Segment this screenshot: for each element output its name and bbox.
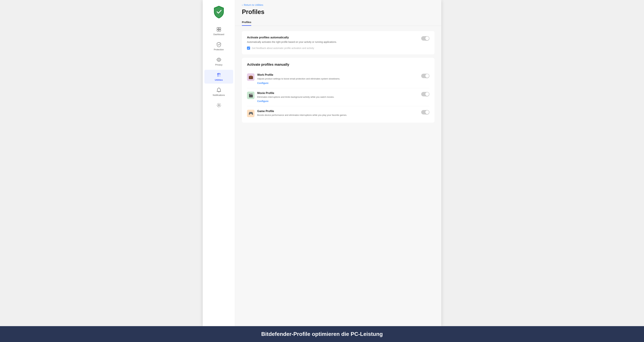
work-profile-icon: 💼 bbox=[247, 73, 254, 81]
movie-profile-name: Movie Profile bbox=[257, 92, 418, 95]
back-link[interactable]: ‹ Return to Utilities bbox=[242, 4, 434, 6]
dashboard-icon bbox=[216, 27, 222, 32]
movie-profile-configure-link[interactable]: Configure bbox=[257, 100, 268, 103]
feedback-checkbox[interactable] bbox=[247, 47, 250, 50]
svg-rect-1 bbox=[219, 28, 221, 29]
work-profile-name: Work Profile bbox=[257, 73, 418, 76]
work-profile-info: Work Profile Adjusts product settings to… bbox=[257, 73, 418, 85]
sidebar-item-label-notifications: Notifications bbox=[213, 94, 225, 96]
sidebar-item-protection[interactable]: Protection bbox=[204, 39, 233, 53]
sidebar-item-label-utilities: Utilities bbox=[215, 79, 223, 81]
movie-profile-desc: Eliminates interruptions and limits back… bbox=[257, 95, 418, 99]
back-link-label: Return to Utilities bbox=[244, 4, 263, 6]
movie-profile-info: Movie Profile Eliminates interruptions a… bbox=[257, 92, 418, 103]
tab-profiles[interactable]: Profiles bbox=[242, 19, 251, 26]
work-briefcase-icon: 💼 bbox=[248, 75, 253, 79]
feedback-checkbox-row: Get feedback about automatic profile act… bbox=[247, 47, 430, 50]
sidebar-item-settings[interactable] bbox=[204, 100, 233, 111]
work-profile-desc: Adjusts product settings to boost email … bbox=[257, 77, 418, 81]
work-profile-toggle[interactable] bbox=[421, 74, 430, 78]
main-content: ‹ Return to Utilities Profiles Profiles … bbox=[235, 0, 441, 326]
tabs-row: Profiles bbox=[242, 19, 434, 26]
notifications-icon bbox=[216, 87, 222, 93]
content-area: Activate profiles automatically Automati… bbox=[235, 26, 441, 326]
banner-text: Bitdefender-Profile optimieren die PC-Le… bbox=[261, 331, 383, 337]
bottom-banner: Bitdefender-Profile optimieren die PC-Le… bbox=[0, 326, 644, 342]
protection-icon bbox=[216, 42, 222, 47]
movie-profile-toggle[interactable] bbox=[421, 92, 430, 96]
sidebar-item-privacy[interactable]: Privacy bbox=[204, 55, 233, 68]
page-title: Profiles bbox=[242, 8, 434, 16]
sidebar-item-dashboard[interactable]: Dashboard bbox=[204, 24, 233, 38]
sidebar-item-label-protection: Protection bbox=[214, 48, 224, 51]
feedback-checkbox-label: Get feedback about automatic profile act… bbox=[252, 47, 314, 50]
page-header: ‹ Return to Utilities Profiles Profiles bbox=[235, 0, 441, 26]
utilities-icon bbox=[216, 72, 222, 78]
auto-profiles-toggle[interactable] bbox=[421, 36, 430, 41]
movie-profile-item: 🎬 Movie Profile Eliminates interruptions… bbox=[247, 88, 430, 106]
movie-profile-icon: 🎬 bbox=[247, 92, 254, 99]
svg-point-8 bbox=[220, 75, 220, 76]
game-profile-name: Game Profile bbox=[257, 110, 418, 113]
logo-shield-icon bbox=[212, 5, 226, 19]
auto-profiles-desc: Automatically activates the right profil… bbox=[247, 40, 418, 44]
sidebar-item-utilities[interactable]: Utilities bbox=[204, 70, 233, 84]
settings-icon bbox=[216, 103, 222, 108]
movie-clapper-icon: 🎬 bbox=[248, 93, 253, 98]
auto-profiles-info: Activate profiles automatically Automati… bbox=[247, 36, 418, 44]
sidebar: Dashboard Protection bbox=[203, 0, 235, 326]
game-profile-item: 🎮 Game Profile Boosts device performance… bbox=[247, 106, 430, 118]
sidebar-item-label-dashboard: Dashboard bbox=[214, 33, 224, 36]
chevron-left-icon: ‹ bbox=[242, 4, 243, 6]
manual-profiles-heading: Activate profiles manually bbox=[247, 63, 430, 67]
nav-items: Dashboard Protection bbox=[203, 24, 235, 112]
svg-point-7 bbox=[217, 75, 219, 77]
work-profile-item: 💼 Work Profile Adjusts product settings … bbox=[247, 70, 430, 88]
game-profile-desc: Boosts device performance and eliminates… bbox=[257, 113, 418, 117]
game-controller-icon: 🎮 bbox=[248, 111, 253, 116]
svg-point-9 bbox=[218, 105, 220, 106]
sidebar-item-label-privacy: Privacy bbox=[215, 64, 222, 66]
manual-profiles-section: Activate profiles manually 💼 Work Profil… bbox=[242, 58, 434, 123]
svg-point-4 bbox=[218, 59, 220, 61]
svg-rect-0 bbox=[217, 28, 219, 29]
svg-rect-2 bbox=[217, 30, 219, 31]
svg-rect-3 bbox=[219, 30, 221, 31]
game-profile-toggle[interactable] bbox=[421, 110, 430, 114]
auto-profiles-section: Activate profiles automatically Automati… bbox=[242, 31, 434, 54]
auto-profiles-title: Activate profiles automatically bbox=[247, 36, 418, 39]
privacy-icon bbox=[216, 57, 222, 63]
logo-area bbox=[212, 5, 226, 19]
game-profile-info: Game Profile Boosts device performance a… bbox=[257, 110, 418, 118]
work-profile-configure-link[interactable]: Configure bbox=[257, 82, 268, 84]
app-container: Dashboard Protection bbox=[203, 0, 441, 326]
sidebar-item-notifications[interactable]: Notifications bbox=[204, 85, 233, 99]
auto-profiles-row: Activate profiles automatically Automati… bbox=[247, 36, 430, 44]
game-profile-icon: 🎮 bbox=[247, 110, 254, 117]
